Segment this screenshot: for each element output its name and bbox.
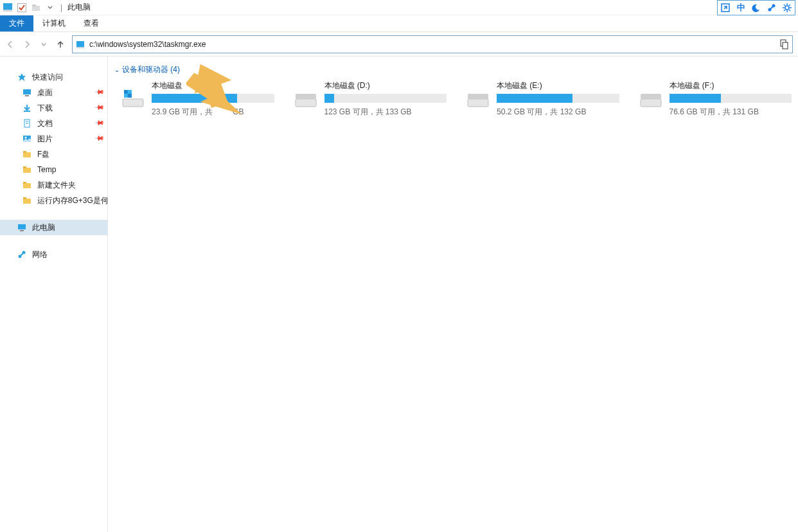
- sidebar-item-label: 图片: [37, 134, 53, 145]
- svg-rect-21: [783, 42, 788, 49]
- window-title: 此电脑: [67, 2, 91, 13]
- this-pc-icon: [17, 222, 27, 233]
- drive-grid: 本地磁盘 23.9 GB 可用，共 xxxx GB 本地磁盘 (D:): [121, 80, 792, 118]
- drive-stats: 23.9 GB 可用，共 xxxx GB: [152, 107, 274, 118]
- sidebar-item-folder[interactable]: F盘: [0, 146, 107, 162]
- tab-view[interactable]: 查看: [75, 15, 108, 31]
- nav-forward-button[interactable]: [22, 39, 32, 49]
- link-icon[interactable]: [764, 1, 779, 15]
- app-window-icon: [3, 3, 13, 13]
- capacity-fill: [669, 94, 721, 103]
- drive-stats: 123 GB 可用，共 133 GB: [324, 107, 447, 118]
- svg-rect-48: [124, 94, 128, 98]
- sidebar-item-label: 运行内存8G+3G是何: [37, 195, 107, 206]
- svg-rect-37: [23, 199, 31, 204]
- sidebar-item-folder[interactable]: Temp: [0, 162, 107, 177]
- sidebar-network[interactable]: 网络: [0, 247, 107, 262]
- checkbox-icon[interactable]: [17, 3, 27, 13]
- sidebar-item-documents[interactable]: 文档 📌: [0, 116, 107, 131]
- star-icon: [17, 72, 27, 82]
- sidebar-item-folder[interactable]: 新建文件夹: [0, 177, 107, 193]
- network-icon: [17, 249, 27, 260]
- tab-computer[interactable]: 计算机: [33, 15, 75, 31]
- sidebar-item-pictures[interactable]: 图片 📌: [0, 131, 107, 146]
- sidebar-group-network: 网络: [0, 247, 107, 262]
- svg-marker-22: [18, 73, 26, 81]
- svg-rect-34: [23, 166, 26, 168]
- sidebar-item-label: 下载: [37, 103, 53, 114]
- drive-stats: 76.6 GB 可用，共 131 GB: [669, 107, 792, 118]
- navigation-pane: 快速访问 桌面 📌 下载 📌 文档 📌: [0, 57, 108, 532]
- capacity-bar: [669, 94, 792, 103]
- folder-small-icon[interactable]: [31, 3, 41, 13]
- svg-rect-52: [468, 99, 488, 107]
- svg-rect-23: [23, 89, 31, 94]
- svg-line-16: [789, 4, 790, 6]
- drive-icon: [466, 87, 490, 111]
- sidebar-item-label: 文档: [37, 118, 53, 129]
- ime-zhong-icon[interactable]: 中: [733, 1, 749, 15]
- ribbon-tabs: 文件 计算机 查看: [0, 15, 798, 32]
- svg-rect-32: [23, 151, 26, 153]
- svg-rect-25: [24, 111, 30, 112]
- svg-rect-50: [296, 99, 316, 107]
- pictures-icon: [22, 134, 32, 144]
- drive-item[interactable]: 本地磁盘 (D:) 123 GB 可用，共 133 GB: [294, 80, 447, 118]
- svg-line-8: [771, 6, 773, 8]
- nav-up-button[interactable]: [55, 39, 66, 49]
- pin-icon: 📌: [94, 117, 105, 127]
- address-path[interactable]: c:\windows\system32\taskmgr.exe: [89, 40, 206, 49]
- drive-os-icon: [121, 87, 145, 111]
- qat-dropdown-icon[interactable]: [45, 3, 55, 13]
- expand-icon[interactable]: [718, 1, 733, 15]
- sidebar-item-folder[interactable]: 运行内存8G+3G是何: [0, 193, 107, 208]
- nav-back-button[interactable]: [5, 39, 15, 49]
- svg-rect-36: [23, 182, 26, 184]
- capacity-bar: [497, 94, 619, 103]
- drive-name: 本地磁盘 (E:): [497, 80, 619, 91]
- svg-rect-18: [76, 41, 84, 47]
- drive-item[interactable]: 本地磁盘 (F:) 76.6 GB 可用，共 131 GB: [639, 80, 792, 118]
- section-header-devices[interactable]: ⌄ 设备和驱动器 (4): [114, 64, 792, 75]
- svg-rect-55: [641, 94, 661, 99]
- svg-rect-0: [3, 3, 12, 10]
- nav-recent-dropdown[interactable]: [39, 39, 49, 49]
- capacity-fill: [152, 94, 237, 103]
- sidebar-quick-access[interactable]: 快速访问: [0, 69, 107, 85]
- section-header-label: 设备和驱动器 (4): [122, 64, 180, 75]
- svg-rect-40: [20, 230, 24, 231]
- download-icon: [22, 103, 32, 113]
- desktop-icon: [22, 87, 32, 98]
- sidebar-item-desktop[interactable]: 桌面 📌: [0, 85, 107, 100]
- folder-icon: [22, 180, 32, 190]
- title-right-cluster: 中: [717, 0, 795, 15]
- sidebar-item-label: 网络: [32, 249, 48, 260]
- folder-icon: [22, 164, 32, 175]
- svg-rect-39: [18, 224, 26, 229]
- moon-icon[interactable]: [749, 1, 764, 15]
- chevron-down-icon: ⌄: [114, 66, 120, 73]
- svg-rect-49: [128, 94, 132, 98]
- svg-line-17: [784, 10, 785, 11]
- svg-rect-46: [124, 90, 128, 94]
- svg-rect-31: [23, 152, 31, 157]
- title-separator: |: [60, 3, 62, 12]
- folder-icon: [22, 149, 32, 159]
- sidebar-item-downloads[interactable]: 下载 📌: [0, 100, 107, 116]
- pin-icon: 📌: [94, 102, 105, 112]
- tab-file[interactable]: 文件: [0, 15, 33, 31]
- drive-item[interactable]: 本地磁盘 (E:) 50.2 GB 可用，共 132 GB: [466, 80, 619, 118]
- copy-path-icon[interactable]: [778, 39, 790, 50]
- sidebar-item-label: Temp: [37, 165, 56, 174]
- drive-item[interactable]: 本地磁盘 23.9 GB 可用，共 xxxx GB: [121, 80, 274, 118]
- svg-rect-38: [23, 197, 26, 199]
- address-bar[interactable]: c:\windows\system32\taskmgr.exe: [72, 35, 793, 53]
- sidebar-this-pc[interactable]: 此电脑: [0, 220, 107, 235]
- svg-rect-1: [3, 10, 12, 12]
- gear-icon[interactable]: [779, 1, 795, 15]
- quick-access-toolbar: |: [3, 3, 62, 13]
- svg-rect-47: [128, 90, 132, 94]
- nav-row: c:\windows\system32\taskmgr.exe: [0, 32, 798, 57]
- document-icon: [22, 118, 32, 129]
- sidebar-pinned-list: 桌面 📌 下载 📌 文档 📌 图片 📌: [0, 85, 107, 208]
